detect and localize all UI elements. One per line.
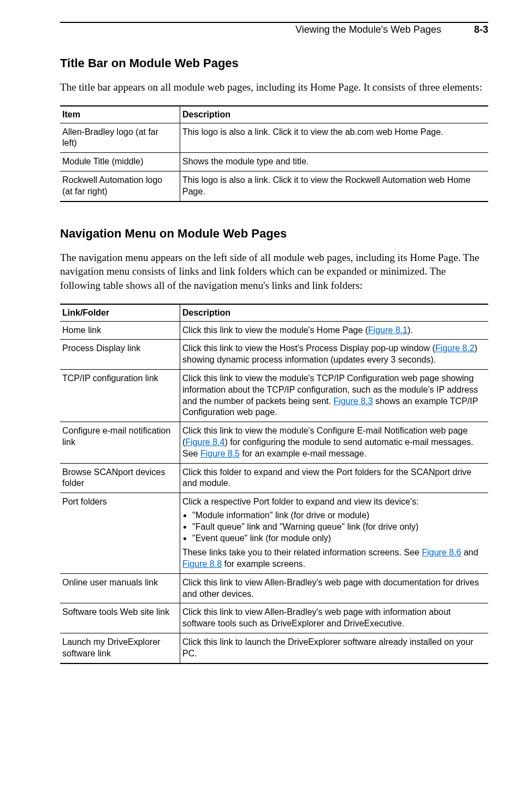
table-row: Software tools Web site link Click this … xyxy=(60,603,488,633)
figure-link[interactable]: Figure 8.4 xyxy=(185,437,224,447)
text-block: These links take you to their related in… xyxy=(182,547,483,570)
bullet-list: "Module information" link (for drive or … xyxy=(182,510,483,544)
text: Click this link to view the module's Hom… xyxy=(182,325,368,335)
figure-link[interactable]: Figure 8.6 xyxy=(422,548,461,557)
table-cell-desc: Click this link to view Allen-Bradley's … xyxy=(180,603,488,633)
table-row: TCP/IP configuration link Click this lin… xyxy=(60,369,488,422)
text: for an example e-mail message. xyxy=(240,449,366,458)
title-bar-table: Item Description Allen-Bradley logo (at … xyxy=(60,105,488,202)
table-row: Allen-Bradley logo (at far left) This lo… xyxy=(60,123,488,153)
table-cell-desc: Click this link to view the module's Hom… xyxy=(180,321,488,340)
table-row: Configure e-mail notification link Click… xyxy=(60,422,488,463)
section-2-heading: Navigation Menu on Module Web Pages xyxy=(60,227,488,241)
header-page-number: 8-3 xyxy=(474,24,488,35)
text: Click a respective Port folder to expand… xyxy=(182,496,483,508)
table-row: Online user manuals link Click this link… xyxy=(60,573,488,603)
table-row: Process Display link Click this link to … xyxy=(60,340,488,370)
table-cell-item: Launch my DriveExplorer software link xyxy=(60,633,180,663)
table-cell-desc: This logo is also a link. Click it to vi… xyxy=(180,123,488,153)
table-cell-desc: This logo is also a link. Click it to vi… xyxy=(180,171,488,201)
table-row: Port folders Click a respective Port fol… xyxy=(60,493,488,574)
text: Click this link to view the Host's Proce… xyxy=(182,343,435,353)
section-1-heading: Title Bar on Module Web Pages xyxy=(60,56,488,70)
table-cell-item: Port folders xyxy=(60,493,180,574)
table-row: Rockwell Automation logo (at far right) … xyxy=(60,171,488,201)
table-cell-item: Rockwell Automation logo (at far right) xyxy=(60,171,180,201)
table-cell-desc: Click this link to view the Host's Proce… xyxy=(180,340,488,370)
table-row: Launch my DriveExplorer software link Cl… xyxy=(60,633,488,663)
figure-link[interactable]: Figure 8.1 xyxy=(368,325,407,335)
page-header: Viewing the Module's Web Pages 8-3 xyxy=(60,22,488,35)
figure-link[interactable]: Figure 8.8 xyxy=(182,559,222,568)
table-row: Browse SCANport devices folder Click thi… xyxy=(60,463,488,493)
table-cell-desc: Click this link to launch the DriveExplo… xyxy=(180,633,488,663)
header-title: Viewing the Module's Web Pages xyxy=(295,24,441,35)
text: for example screens. xyxy=(222,559,305,568)
table-cell-item: Allen-Bradley logo (at far left) xyxy=(60,123,180,153)
nav-menu-table: Link/Folder Description Home link Click … xyxy=(60,304,488,664)
list-item: "Module information" link (for drive or … xyxy=(192,510,483,521)
table-cell-item: Configure e-mail notification link xyxy=(60,422,180,463)
table-cell-desc: Click this link to view Allen-Bradley's … xyxy=(180,573,488,603)
table-header-item: Item xyxy=(60,106,180,123)
table-header-description: Description xyxy=(180,106,488,123)
table-row: Home link Click this link to view the mo… xyxy=(60,321,488,340)
table-cell-item: Home link xyxy=(60,321,180,340)
table-header-link-folder: Link/Folder xyxy=(60,304,180,322)
list-item: "Fault queue" link and "Warning queue" l… xyxy=(192,521,483,533)
table-cell-item: TCP/IP configuration link xyxy=(60,369,180,422)
text: and xyxy=(461,548,478,557)
list-item: "Event queue" link (for module only) xyxy=(192,533,483,544)
table-cell-desc: Click a respective Port folder to expand… xyxy=(180,493,488,574)
table-row: Module Title (middle) Shows the module t… xyxy=(60,153,488,171)
table-cell-item: Process Display link xyxy=(60,340,180,370)
text: ). xyxy=(407,325,413,335)
section-1-paragraph: The title bar appears on all module web … xyxy=(60,80,488,94)
table-cell-desc: Click this link to view the module's TCP… xyxy=(180,369,488,422)
figure-link[interactable]: Figure 8.2 xyxy=(435,343,475,353)
table-cell-desc: Click this folder to expand and view the… xyxy=(180,463,488,493)
table-cell-item: Software tools Web site link xyxy=(60,603,180,633)
table-cell-item: Module Title (middle) xyxy=(60,153,180,171)
table-cell-item: Online user manuals link xyxy=(60,573,180,603)
table-cell-desc: Shows the module type and title. xyxy=(180,153,488,171)
figure-link[interactable]: Figure 8.3 xyxy=(334,396,373,406)
table-cell-desc: Click this link to view the module's Con… xyxy=(180,422,488,463)
figure-link[interactable]: Figure 8.5 xyxy=(200,449,240,458)
text: These links take you to their related in… xyxy=(182,548,422,557)
table-header-description: Description xyxy=(180,304,488,322)
table-cell-item: Browse SCANport devices folder xyxy=(60,463,180,493)
section-2-paragraph: The navigation menu appears on the left … xyxy=(60,251,488,293)
